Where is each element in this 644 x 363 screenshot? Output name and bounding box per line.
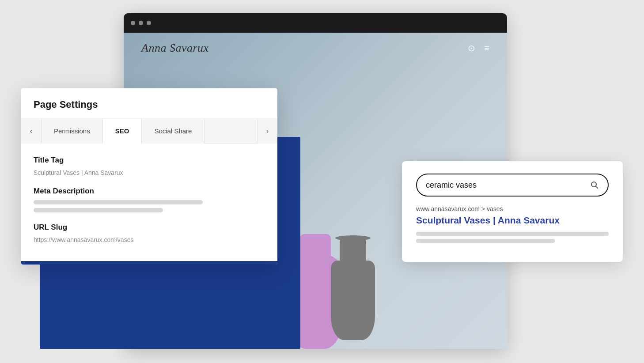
tab-left-arrow[interactable]: ‹ [21,119,42,144]
meta-line-2 [34,208,163,212]
panel-title: Page Settings [34,99,265,110]
vase-gray [329,243,377,340]
tab-right-arrow[interactable]: › [257,119,277,144]
svg-line-1 [596,186,598,189]
title-tag-value: Sculptural Vases | Anna Savarux [34,169,265,176]
meta-description-label: Meta Description [34,187,265,196]
tab-permissions[interactable]: Permissions [42,119,103,144]
vase-gray-neck [340,238,366,265]
tabs-container: ‹ Permissions SEO Social Share › [21,119,277,144]
panel-blue-bar [21,261,277,265]
tab-social-share[interactable]: Social Share [142,119,205,144]
tab-seo[interactable]: SEO [103,119,142,144]
search-result-title: Sculptural Vases | Anna Savarux [416,215,609,226]
search-bar[interactable]: ceramic vases [416,174,609,197]
result-desc-line-2 [416,239,555,243]
url-slug-label: URL Slug [34,223,265,232]
browser-dot-3 [147,21,151,25]
search-url: www.annasavarux.com > vases [416,205,609,212]
panel-body: Title Tag Sculptural Vases | Anna Savaru… [21,144,277,265]
search-result-card: ceramic vases www.annasavarux.com > vase… [402,161,623,262]
website-nav: Anna Savarux ⊙ ≡ [124,33,507,64]
vase-gray-body [331,261,375,340]
page-settings-panel: Page Settings ‹ Permissions SEO Social S… [21,88,277,265]
vase-gray-top [335,235,371,241]
panel-header: Page Settings [21,88,277,119]
result-desc-line-1 [416,232,609,236]
browser-titlebar [124,13,507,33]
title-tag-label: Title Tag [34,156,265,165]
menu-icon: ≡ [484,43,489,53]
browser-dot-1 [131,21,135,25]
vase-purple-neck [300,234,331,256]
basket-icon: ⊙ [468,43,475,53]
browser-dot-2 [139,21,143,25]
meta-line-1 [34,200,203,204]
url-slug-value: https://www.annasavarux.com/vases [34,236,265,243]
search-icon [588,179,601,191]
nav-icons: ⊙ ≡ [468,43,489,53]
search-query-text: ceramic vases [426,181,588,190]
website-logo: Anna Savarux [141,42,209,55]
meta-description-lines [34,200,265,212]
